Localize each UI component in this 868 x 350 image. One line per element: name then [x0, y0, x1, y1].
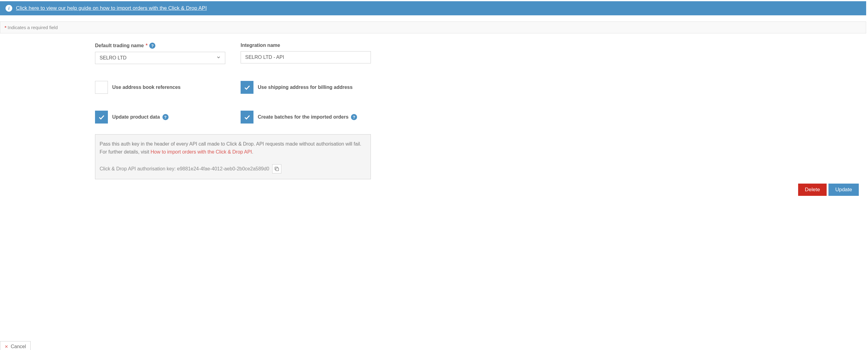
api-key-text: Click & Drop API authorisation key: e988… — [100, 165, 269, 173]
address-book-label: Use address book references — [112, 85, 181, 90]
help-icon[interactable]: ? — [351, 114, 357, 120]
help-icon[interactable]: ? — [149, 42, 155, 49]
shipping-billing-label: Use shipping address for billing address — [258, 85, 352, 90]
form-area: Default trading name * ? SELRO LTD Integ… — [95, 42, 371, 179]
trading-name-label: Default trading name * ? — [95, 42, 225, 49]
api-help-link[interactable]: How to import orders with the Click & Dr… — [151, 149, 252, 155]
footer-actions: Delete Update — [0, 179, 868, 196]
asterisk-icon: * — [5, 25, 6, 30]
update-button[interactable]: Update — [829, 184, 859, 196]
update-product-checkbox[interactable] — [95, 110, 108, 124]
api-key-box: Pass this auth key in the header of ever… — [95, 134, 371, 179]
delete-button[interactable]: Delete — [798, 184, 827, 196]
help-guide-link[interactable]: Click here to view our help guide on how… — [16, 5, 207, 11]
required-field-note: *Indicates a required field — [0, 22, 866, 33]
shipping-billing-checkbox[interactable] — [241, 81, 253, 94]
create-batches-label: Create batches for the imported orders ? — [258, 114, 357, 120]
required-note-text: Indicates a required field — [8, 25, 58, 30]
info-banner: i Click here to view our help guide on h… — [0, 1, 866, 15]
integration-name-input[interactable] — [241, 51, 371, 63]
create-batches-checkbox[interactable] — [241, 110, 253, 124]
svg-rect-0 — [276, 168, 279, 171]
integration-name-label: Integration name — [241, 42, 371, 48]
address-book-checkbox[interactable] — [95, 81, 108, 94]
copy-key-button[interactable] — [272, 164, 281, 173]
trading-name-select[interactable]: SELRO LTD — [95, 52, 225, 64]
help-icon[interactable]: ? — [162, 114, 168, 120]
update-product-label: Update product data ? — [112, 114, 168, 120]
asterisk-icon: * — [146, 43, 148, 49]
info-icon: i — [5, 5, 12, 12]
